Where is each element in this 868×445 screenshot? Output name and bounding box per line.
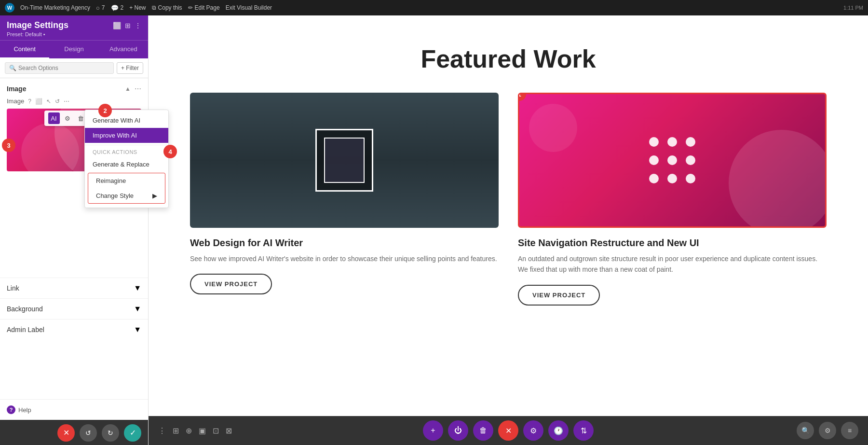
ai-dropdown-menu: Generate With AI Improve With AI Quick A… — [84, 110, 148, 208]
link-chevron-icon[interactable]: ▼ — [134, 284, 141, 292]
background-chevron-icon[interactable]: ▼ — [134, 305, 141, 313]
image-undo-icon[interactable]: ↺ — [55, 98, 60, 105]
image-field-label: Image — [7, 97, 24, 105]
background-section-row[interactable]: Background ▼ — [0, 298, 148, 319]
improve-with-ai-item[interactable]: Improve With AI — [85, 128, 148, 143]
help-section: ? Help — [0, 399, 148, 420]
link-section-label: Link — [7, 284, 19, 292]
sidebar-content: Image ▲ ⋯ Image ? ⬜ ↖ ↺ ⋯ — [0, 78, 148, 399]
project-1-view-button[interactable]: VIEW PROJECT — [190, 274, 272, 294]
wordpress-logo[interactable]: W — [5, 3, 14, 13]
menu-bottom-icon[interactable]: ≡ — [841, 422, 858, 439]
more-icon[interactable]: ⋮ — [135, 22, 141, 29]
comments-count[interactable]: 💬 2 — [111, 4, 124, 12]
sidebar-header-top: Image Settings ⬜ ⊞ ⋮ — [7, 20, 141, 30]
featured-title: Featured Work — [190, 44, 827, 73]
tab-content[interactable]: Content — [0, 41, 49, 58]
ai-button[interactable]: AI — [48, 112, 60, 124]
undo-button[interactable]: ↺ — [80, 424, 97, 442]
circles-count[interactable]: ○ 7 — [96, 4, 105, 12]
desktop-icon[interactable]: ⊠ — [226, 426, 232, 435]
link-section-row[interactable]: Link ▼ — [0, 278, 148, 298]
history-button[interactable]: 🕐 — [548, 420, 569, 441]
generate-with-ai-item[interactable]: Generate With AI — [85, 113, 148, 128]
page-canvas: Featured Work Web Design for AI — [149, 15, 868, 445]
image-label-row: Image ? ⬜ ↖ ↺ ⋯ — [0, 96, 148, 109]
close-button[interactable]: ✕ — [498, 420, 518, 441]
add-section-button[interactable]: + — [423, 420, 443, 441]
tablet-icon[interactable]: ⊡ — [213, 426, 219, 435]
mobile-icon[interactable]: ▣ — [199, 426, 206, 435]
search-icon: 🔍 — [9, 65, 16, 71]
project-image-1 — [190, 93, 499, 228]
project-2-desc: An outdated and outgrown site structure … — [518, 253, 827, 275]
quick-actions-label: Quick Actions — [85, 147, 148, 157]
ui-mockup — [315, 129, 373, 192]
bottom-toolbar-right: ✕ ↺ ↻ ✓ — [57, 424, 141, 442]
columns-icon[interactable]: ⊞ — [125, 22, 131, 29]
power-button[interactable]: ⏻ — [448, 420, 468, 441]
image-section-title: Image — [7, 85, 26, 93]
reimagine-item[interactable]: Reimagine — [88, 173, 148, 188]
project-2-dots — [635, 123, 710, 198]
search-input[interactable] — [18, 65, 109, 71]
featured-section: Featured Work Web Design for AI — [171, 15, 846, 325]
sidebar-preset: Preset: Default • — [7, 31, 141, 37]
image-select-icon[interactable]: ↖ — [46, 98, 51, 105]
main-layout: Image Settings ⬜ ⊞ ⋮ Preset: Default • C… — [0, 15, 868, 445]
help-label[interactable]: Help — [18, 406, 31, 414]
help-icon: ? — [7, 405, 15, 414]
project-grid: Web Design for AI Writer See how we impr… — [190, 93, 827, 306]
exit-builder-button[interactable]: Exit Visual Builder — [226, 4, 272, 11]
page-bottom-center: + ⏻ 🗑 ✕ ⚙ 🕐 ⇅ — [423, 420, 594, 441]
image-collapse-icon[interactable]: ▲ — [125, 85, 131, 92]
settings-bottom-icon[interactable]: ⚙ — [819, 422, 836, 439]
save-button[interactable]: ✓ — [124, 424, 141, 442]
admin-label-chevron-icon[interactable]: ▼ — [134, 325, 141, 334]
zoom-icon[interactable]: ⊕ — [186, 426, 192, 435]
copy-this-button[interactable]: ⧉ Copy this — [152, 4, 182, 11]
image-section-header[interactable]: Image ▲ ⋯ — [0, 78, 148, 96]
image-more-icon[interactable]: ⋯ — [64, 98, 69, 105]
admin-label-section-label: Admin Label — [7, 326, 44, 334]
redo-button[interactable]: ↻ — [102, 424, 119, 442]
tab-advanced[interactable]: Advanced — [99, 41, 148, 58]
new-button[interactable]: + New — [129, 4, 146, 11]
page-bottom-right: 🔍 ⚙ ≡ — [797, 422, 858, 439]
page-bottom-left: ⋮ ⊞ ⊕ ▣ ⊡ ⊠ — [158, 426, 232, 435]
admin-label-section-row[interactable]: Admin Label ▼ — [0, 319, 148, 340]
generate-replace-item[interactable]: Generate & Replace — [85, 157, 148, 172]
search-wrap: 🔍 — [5, 62, 114, 74]
project-image-2: 1 — [518, 93, 827, 228]
cancel-button[interactable]: ✕ — [57, 424, 75, 442]
page-bottom-toolbar: ⋮ ⊞ ⊕ ▣ ⊡ ⊠ + ⏻ 🗑 ✕ ⚙ 🕐 ⇅ 🔍 ⚙ ≡ — [149, 416, 868, 445]
image-menu-icon[interactable]: ⋯ — [135, 85, 141, 93]
sidebar-header: Image Settings ⬜ ⊞ ⋮ Preset: Default • — [0, 15, 148, 40]
split-button[interactable]: ⇅ — [573, 420, 594, 441]
project-1-name: Web Design for AI Writer — [190, 237, 499, 249]
delete-button[interactable]: 🗑 — [473, 420, 493, 441]
filter-button[interactable]: + Filter — [117, 62, 143, 74]
project-2-view-button[interactable]: VIEW PROJECT — [518, 285, 600, 306]
edit-page-button[interactable]: ✏ Edit Page — [188, 4, 220, 11]
site-name[interactable]: On-Time Marketing Agency — [20, 4, 90, 11]
search-bottom-icon[interactable]: 🔍 — [797, 422, 814, 439]
background-section-label: Background — [7, 305, 43, 313]
admin-bar-right: 1:11 PM — [843, 4, 863, 11]
ui-mockup-inner — [324, 138, 365, 183]
image-upload-icon[interactable]: ⬜ — [35, 98, 42, 105]
tab-design[interactable]: Design — [49, 41, 98, 58]
grid-icon[interactable]: ⊞ — [173, 426, 179, 435]
sidebar-search: 🔍 + Filter — [0, 58, 148, 78]
settings-circle-button[interactable]: ⚙ — [523, 420, 543, 441]
dots-icon[interactable]: ⋮ — [158, 426, 166, 435]
fullscreen-icon[interactable]: ⬜ — [113, 22, 121, 29]
settings-button[interactable]: ⚙ — [62, 112, 73, 124]
image-help-icon[interactable]: ? — [28, 98, 31, 105]
sidebar-tabs: Content Design Advanced — [0, 40, 148, 58]
annotation-1: 1 — [518, 93, 526, 101]
project-1-desc: See how we improved AI Writer's website … — [190, 253, 499, 264]
change-style-item[interactable]: Change Style ▶ — [88, 188, 148, 203]
dropdown-divider — [85, 145, 148, 145]
sidebar: Image Settings ⬜ ⊞ ⋮ Preset: Default • C… — [0, 15, 149, 445]
